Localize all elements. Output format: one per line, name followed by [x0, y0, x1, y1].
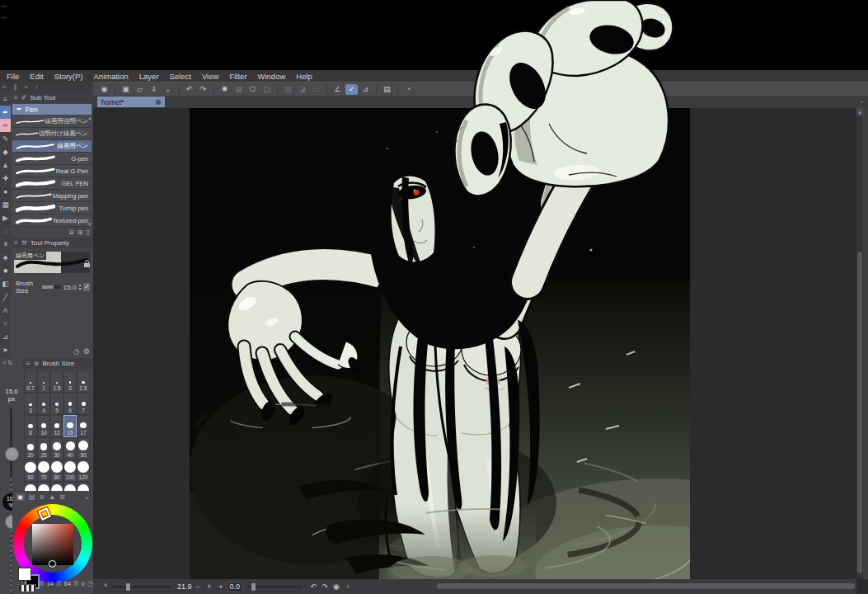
- brush-size-spinner[interactable]: ▴▾: [78, 283, 81, 291]
- menu-item-select[interactable]: Select: [170, 72, 191, 81]
- zoom-slider[interactable]: [111, 586, 171, 588]
- tab-color-slider[interactable]: ≋: [40, 493, 45, 501]
- dock-arrow-icon[interactable]: «: [24, 83, 27, 91]
- zoom-slider-thumb[interactable]: [126, 583, 130, 591]
- vertical-scrollbar[interactable]: ▲: [856, 108, 863, 579]
- panel-menu-icon[interactable]: ≡: [0, 92, 11, 106]
- sv-cursor[interactable]: [49, 560, 56, 568]
- text-tool[interactable]: A: [0, 304, 11, 317]
- subtool-panel-header[interactable]: ≡ ✐ Sub Tool: [11, 92, 93, 103]
- canvas[interactable]: [190, 108, 690, 579]
- brush-size-cell[interactable]: 70: [37, 460, 50, 482]
- snap-ruler-icon[interactable]: ∠: [331, 84, 344, 95]
- pen-list-scrollbar[interactable]: ▲▼: [87, 116, 91, 227]
- decoration-tool[interactable]: ✚: [0, 172, 11, 185]
- dock-arrow-icon[interactable]: ∥: [13, 83, 16, 91]
- scroll-up-icon[interactable]: ▲: [856, 108, 863, 116]
- canvas-tab[interactable]: hornet*: [97, 97, 165, 107]
- undo-icon[interactable]: ↶: [183, 84, 195, 95]
- brush-size-cell[interactable]: 15: [63, 415, 77, 437]
- dock-arrow-icon[interactable]: ‹: [35, 83, 38, 91]
- brush-size-cell[interactable]: 0.7: [24, 370, 37, 393]
- tool-property-header[interactable]: ≡ ⚒ Tool Property: [11, 238, 93, 248]
- brush-size-cell[interactable]: [50, 482, 63, 491]
- horizontal-scroll-thumb[interactable]: [437, 583, 855, 589]
- snap-grid-icon[interactable]: ⊿: [359, 84, 372, 95]
- transform-icon[interactable]: ◪: [296, 84, 308, 95]
- lock-icon[interactable]: [83, 257, 91, 271]
- brush-size-slider-track[interactable]: [10, 408, 12, 478]
- brush-size-cell[interactable]: 60: [24, 460, 37, 482]
- scale-rotate-icon[interactable]: ▧: [282, 84, 294, 95]
- brush-size-cell[interactable]: 40: [63, 437, 77, 460]
- balloon-tool[interactable]: ○: [0, 317, 11, 330]
- reset-view-button[interactable]: ◉: [331, 582, 342, 591]
- panel-menu-icon[interactable]: ≡: [26, 360, 30, 367]
- materials-icon[interactable]: ▤: [381, 84, 393, 95]
- deselect-icon[interactable]: ✺: [218, 84, 231, 95]
- brush-size-cell[interactable]: 6: [63, 393, 77, 415]
- selection-border-icon[interactable]: ⬚: [260, 84, 273, 95]
- pen-tool[interactable]: ✒: [0, 106, 11, 119]
- line-tool[interactable]: ╱: [0, 290, 11, 304]
- panel-menu-icon[interactable]: ≡: [14, 94, 18, 101]
- advanced-settings-icon[interactable]: ⚙: [83, 347, 90, 356]
- tab-approximate-color[interactable]: ▲: [49, 493, 55, 501]
- brush-size-cell[interactable]: 12: [50, 415, 63, 437]
- duplicate-subtool-icon[interactable]: ⊞: [77, 229, 83, 236]
- rotation-slider-thumb[interactable]: [251, 583, 256, 591]
- pen-list-item[interactable]: G-pen: [12, 153, 91, 165]
- brush-size-value[interactable]: 15.0: [63, 284, 77, 291]
- lasso-select-tool[interactable]: ◌: [0, 224, 11, 238]
- pen-list-item[interactable]: 線画用強弱ペン: [12, 116, 91, 128]
- invert-selection-icon[interactable]: ⬠: [246, 84, 259, 95]
- tone-tool[interactable]: ◧: [0, 277, 11, 290]
- new-document-icon[interactable]: ▣: [120, 84, 132, 95]
- menu-item-animation[interactable]: Animation: [94, 72, 129, 81]
- zoom-in-button[interactable]: +: [204, 582, 215, 591]
- fill-tool[interactable]: ■: [0, 264, 11, 277]
- figure-tool[interactable]: ▦: [0, 198, 11, 211]
- snap-special-ruler-icon[interactable]: ✓: [345, 84, 358, 95]
- menu-item-edit[interactable]: Edit: [30, 72, 43, 81]
- brush-size-cell[interactable]: 100: [63, 460, 77, 482]
- tab-list-caret-icon[interactable]: ⌄: [859, 97, 865, 105]
- pen-list-item[interactable]: GEL PEN: [12, 177, 91, 190]
- pen-list-item[interactable]: Turnip pen: [12, 202, 91, 214]
- menu-item-filter[interactable]: Filter: [229, 72, 246, 81]
- statusbar-collapse-icon[interactable]: ^: [100, 582, 111, 591]
- dock-arrow-icon[interactable]: «: [2, 83, 6, 91]
- fit-to-window-button[interactable]: ▪: [215, 582, 227, 591]
- brush-size-dynamics-checkbox[interactable]: ✓: [83, 283, 90, 291]
- airbrush-tool[interactable]: ▲: [0, 158, 11, 172]
- eraser-tool[interactable]: ◆: [0, 145, 11, 158]
- brush-size-cell[interactable]: [63, 482, 77, 491]
- brush-size-cell[interactable]: 5: [50, 393, 63, 415]
- transparent-color-swatch[interactable]: [18, 584, 36, 592]
- tab-color-wheel[interactable]: ◉: [16, 493, 25, 501]
- open-file-icon[interactable]: ▱: [134, 84, 146, 95]
- mesh-transform-icon[interactable]: ▭: [310, 84, 322, 95]
- brush-size-cell[interactable]: 3: [24, 393, 37, 415]
- clip-studio-icon[interactable]: ◉: [98, 84, 110, 95]
- brush-size-cell[interactable]: 1: [37, 370, 50, 393]
- menu-item-view[interactable]: View: [202, 72, 218, 81]
- brush-size-cell[interactable]: 10: [37, 415, 50, 437]
- pen-group-header[interactable]: ✒ Pen: [12, 104, 91, 115]
- brush-size-cell[interactable]: 4: [37, 393, 50, 415]
- frame-border-tool[interactable]: ⊿: [0, 330, 11, 343]
- brush-size-cell[interactable]: 50: [77, 437, 90, 460]
- rotation-slider[interactable]: [248, 586, 303, 588]
- brush-size-panel-header[interactable]: ≡ ⊕ Brush Size: [23, 358, 93, 369]
- operation-tool[interactable]: ▶: [0, 211, 11, 224]
- reselect-icon[interactable]: ▦: [232, 84, 245, 95]
- gradient-tool[interactable]: ◈: [0, 251, 11, 264]
- pen-list-item[interactable]: Textured pen: [12, 214, 91, 227]
- foreground-color-swatch[interactable]: [18, 568, 31, 581]
- brush-size-cell[interactable]: [37, 482, 50, 491]
- panel-caret-icon[interactable]: ⌄: [84, 493, 90, 501]
- blend-tool[interactable]: ●: [0, 185, 11, 198]
- import-subtool-icon[interactable]: ⇊: [68, 229, 74, 236]
- rotate-cw-button[interactable]: ↷: [319, 582, 331, 591]
- history-icon[interactable]: ◷: [73, 347, 80, 356]
